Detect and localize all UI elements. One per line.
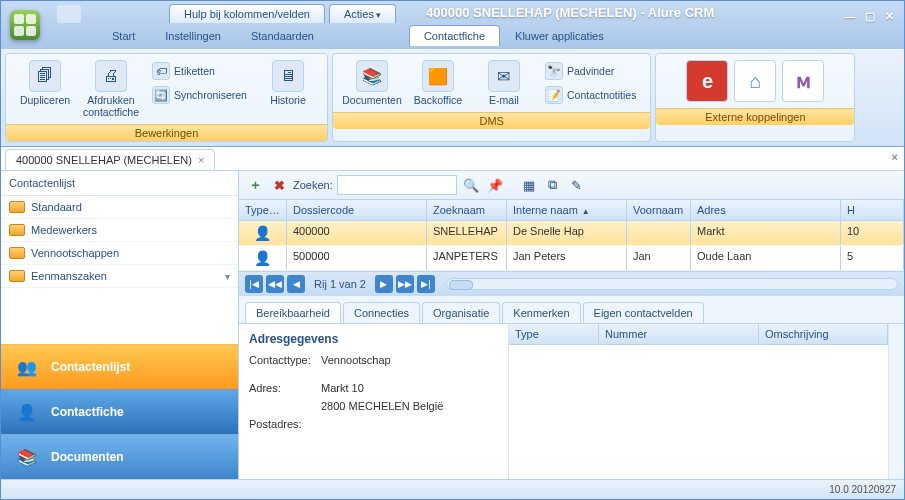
subtab-eigenvelden[interactable]: Eigen contactvelden (583, 302, 704, 323)
dcol-type[interactable]: Type (509, 324, 599, 344)
menu-tab-instellingen[interactable]: Instellingen (150, 25, 236, 46)
subtab-connecties[interactable]: Connecties (343, 302, 420, 323)
close-all-tabs[interactable]: × (892, 151, 898, 163)
ribbon-synchroniseren[interactable]: 🔄Synchroniseren (148, 84, 251, 106)
detail-panel: Adresgegevens Contacttype:Vennootschap A… (239, 324, 904, 479)
nav-documenten[interactable]: 📚Documenten (1, 434, 238, 479)
ribbon: 🗐Dupliceren 🖨Afdrukken contactfiche 🏷Eti… (1, 49, 904, 147)
adres-line2: 2800 MECHELEN België (321, 400, 443, 412)
external-app-2[interactable]: ⌂ (734, 60, 776, 102)
external-app-1[interactable]: e (686, 60, 728, 102)
binoculars-icon: 🔭 (545, 62, 563, 80)
grid-tool-1[interactable]: ▦ (519, 175, 539, 195)
ribbon-group-dms: DMS (333, 112, 650, 129)
sync-icon: 🔄 (152, 86, 170, 104)
subtab-bereikbaarheid[interactable]: Bereikbaarheid (245, 302, 341, 323)
ribbon-documenten[interactable]: 📚Documenten (343, 60, 401, 106)
subtab-kenmerken[interactable]: Kenmerken (502, 302, 580, 323)
col-interne-naam[interactable]: Interne naam▲ (507, 200, 627, 220)
ribbon-afdrukken[interactable]: 🖨Afdrukken contactfiche (82, 60, 140, 118)
menu-tab-kluwer[interactable]: Kluwer applicaties (500, 25, 619, 46)
search-label: Zoeken: (293, 179, 333, 191)
dcol-nummer[interactable]: Nummer (599, 324, 759, 344)
page-first[interactable]: |◀ (245, 275, 263, 293)
page-prev-set[interactable]: ◀◀ (266, 275, 284, 293)
ribbon-dupliceren[interactable]: 🗐Dupliceren (16, 60, 74, 106)
row-type-icon: 👤 (239, 221, 287, 245)
books-icon: 📚 (13, 445, 41, 469)
sidebar-item-medewerkers[interactable]: Medewerkers (1, 219, 238, 242)
list-icon (9, 224, 25, 236)
app-window: Hulp bij kolommen/velden Acties 400000 S… (0, 0, 905, 500)
adres-line1: Markt 10 (321, 382, 364, 394)
history-icon: 🖥 (272, 60, 304, 92)
sidebar-item-vennootschappen[interactable]: Vennootschappen (1, 242, 238, 265)
sidebar-item-standaard[interactable]: Standaard (1, 196, 238, 219)
ribbon-contactnotities[interactable]: 📝Contactnotities (541, 84, 640, 106)
pin-button[interactable]: 📌 (485, 175, 505, 195)
qat-button[interactable] (57, 5, 81, 23)
dcol-omschrijving[interactable]: Omschrijving (759, 324, 888, 344)
context-tab-actions[interactable]: Acties (329, 4, 396, 23)
close-button[interactable]: ✕ (885, 10, 894, 23)
add-button[interactable]: ＋ (245, 175, 265, 195)
pager: |◀ ◀◀ ◀ Rij 1 van 2 ▶ ▶▶ ▶| (239, 272, 904, 296)
nav-contactenlijst[interactable]: 👥Contactenlijst (1, 344, 238, 389)
page-next-set[interactable]: ▶▶ (396, 275, 414, 293)
expand-icon[interactable]: ▾ (225, 271, 230, 282)
label-icon: 🏷 (152, 62, 170, 80)
search-input[interactable] (337, 175, 457, 195)
col-voornaam[interactable]: Voornaam (627, 200, 691, 220)
sort-asc-icon: ▲ (582, 207, 590, 216)
page-prev[interactable]: ◀ (287, 275, 305, 293)
table-row[interactable]: 👤 400000 SNELLEHAP De Snelle Hap Markt 1… (239, 221, 904, 246)
maximize-button[interactable]: ▢ (865, 10, 875, 23)
grid-tool-2[interactable]: ⧉ (543, 175, 563, 195)
ribbon-padvinder[interactable]: 🔭Padvinder (541, 60, 640, 82)
document-tab-close[interactable]: × (198, 154, 204, 166)
document-tab-label: 400000 SNELLEHAP (MECHELEN) (16, 154, 192, 166)
nav-contactfiche[interactable]: 👤Contactfiche (1, 389, 238, 434)
ribbon-backoffice[interactable]: 🟧Backoffice (409, 60, 467, 106)
list-icon (9, 201, 25, 213)
col-adres[interactable]: Adres (691, 200, 841, 220)
context-tab-help[interactable]: Hulp bij kolommen/velden (169, 4, 325, 23)
app-menu-button[interactable] (1, 1, 49, 49)
col-h[interactable]: H (841, 200, 904, 220)
menu-tab-start[interactable]: Start (97, 25, 150, 46)
detail-tabs: Bereikbaarheid Connecties Organisatie Ke… (239, 296, 904, 324)
delete-button[interactable]: ✖ (269, 175, 289, 195)
table-row[interactable]: 👤 500000 JANPETERS Jan Peters Jan Oude L… (239, 246, 904, 271)
person-icon: 👤 (13, 400, 41, 424)
document-tab[interactable]: 400000 SNELLEHAP (MECHELEN) × (5, 149, 215, 170)
page-next[interactable]: ▶ (375, 275, 393, 293)
duplicate-icon: 🗐 (29, 60, 61, 92)
horizontal-scrollbar[interactable] (446, 278, 898, 290)
menu-tab-standaarden[interactable]: Standaarden (236, 25, 329, 46)
backoffice-icon: 🟧 (422, 60, 454, 92)
window-title: 400000 SNELLEHAP (MECHELEN) - Alure CRM (426, 5, 814, 20)
vertical-scrollbar[interactable] (888, 324, 904, 479)
main-panel: ＋ ✖ Zoeken: 🔍 📌 ▦ ⧉ ✎ Typering Dossierco… (239, 171, 904, 479)
document-tabs: 400000 SNELLEHAP (MECHELEN) × × (1, 147, 904, 171)
col-zoeknaam[interactable]: Zoeknaam (427, 200, 507, 220)
people-icon: 👥 (13, 355, 41, 379)
email-icon: ✉ (488, 60, 520, 92)
search-button[interactable]: 🔍 (461, 175, 481, 195)
menu-tabs: Start Instellingen Standaarden Contactfi… (49, 23, 904, 47)
page-last[interactable]: ▶| (417, 275, 435, 293)
ribbon-email[interactable]: ✉E-mail (475, 60, 533, 106)
ribbon-historie[interactable]: 🖥Historie (259, 60, 317, 106)
col-typering[interactable]: Typering (239, 200, 287, 220)
grid-tool-3[interactable]: ✎ (567, 175, 587, 195)
print-icon: 🖨 (95, 60, 127, 92)
external-app-3[interactable]: ᴍ (782, 60, 824, 102)
detail-heading: Adresgegevens (249, 332, 498, 346)
minimize-button[interactable]: — (844, 11, 855, 23)
ribbon-group-externe: Externe koppelingen (656, 108, 854, 125)
sidebar-item-eenmanszaken[interactable]: Eenmanszaken▾ (1, 265, 238, 288)
menu-tab-contactfiche[interactable]: Contactfiche (409, 25, 500, 46)
subtab-organisatie[interactable]: Organisatie (422, 302, 500, 323)
ribbon-etiketten[interactable]: 🏷Etiketten (148, 60, 251, 82)
col-dossiercode[interactable]: Dossiercode (287, 200, 427, 220)
